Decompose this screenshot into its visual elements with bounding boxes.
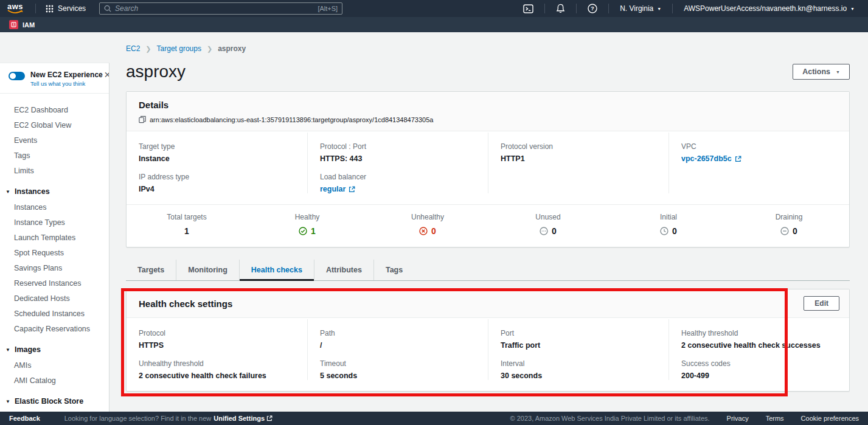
sidebar-item-events[interactable]: Events — [0, 133, 109, 148]
tab-monitoring[interactable]: Monitoring — [176, 260, 239, 280]
favorite-iam-link[interactable]: IAM — [9, 20, 35, 29]
iam-label: IAM — [23, 21, 35, 29]
tab-health-checks[interactable]: Health checks — [239, 260, 314, 280]
field-label: Unhealthy threshold — [139, 359, 295, 368]
sidebar-section-instances[interactable]: ▼Instances — [0, 184, 109, 199]
tell-us-link[interactable]: Tell us what you think — [30, 80, 103, 87]
global-search-input[interactable]: Search [Alt+S] — [99, 2, 342, 15]
region-selector[interactable]: N. Virginia ▼ — [614, 4, 667, 13]
chevron-down-icon: ▼ — [5, 347, 10, 353]
tab-tags[interactable]: Tags — [373, 260, 414, 280]
sidebar-item-dedicated-hosts[interactable]: Dedicated Hosts — [0, 291, 109, 306]
sidebar-item-instances[interactable]: Instances — [0, 199, 109, 215]
field-label: Path — [320, 329, 476, 337]
hc-protocol-value: HTTPS — [139, 341, 295, 350]
sidebar-item-ami-catalog[interactable]: AMI Catalog — [0, 373, 109, 388]
stat-label: Total targets — [127, 213, 247, 221]
field-label: Protocol — [139, 329, 295, 337]
footer-bar: Feedback Looking for language selection?… — [0, 412, 868, 425]
sidebar-item-limits[interactable]: Limits — [0, 163, 109, 178]
nav-divider — [35, 4, 36, 13]
new-ec2-experience-toggle[interactable] — [9, 72, 25, 80]
edit-button[interactable]: Edit — [804, 296, 839, 311]
sidebar-item-instance-types[interactable]: Instance Types — [0, 215, 109, 230]
details-grid: Target typeInstance IP address typeIPv4 … — [127, 131, 849, 204]
aws-logo[interactable]: aws — [7, 4, 23, 14]
section-label: Elastic Block Store — [15, 397, 83, 406]
sidebar-item-amis[interactable]: AMIs — [0, 358, 109, 373]
sidebar-item-capacity-reservations[interactable]: Capacity Reservations — [0, 321, 109, 336]
cookie-preferences-link[interactable]: Cookie preferences — [801, 415, 859, 422]
terms-link[interactable]: Terms — [766, 415, 784, 422]
breadcrumb-target-groups[interactable]: Target groups — [157, 44, 201, 53]
x-circle-icon — [419, 227, 428, 235]
sidebar-item-tags[interactable]: Tags — [0, 148, 109, 163]
feedback-link[interactable]: Feedback — [9, 415, 40, 422]
actions-button[interactable]: Actions ▼ — [793, 64, 850, 80]
copy-icon[interactable] — [139, 116, 146, 123]
sidebar-section-elastic-block-store[interactable]: ▼Elastic Block Store — [0, 393, 109, 409]
language-selection-note: Looking for language selection? Find it … — [64, 415, 273, 422]
iam-service-icon — [9, 20, 18, 29]
stat-unhealthy: Unhealthy 0 — [367, 213, 488, 236]
target-type-value: Instance — [139, 154, 295, 163]
hc-interval-value: 30 seconds — [501, 371, 656, 380]
vpc-link[interactable]: vpc-2657db5c — [681, 154, 837, 163]
breadcrumb-separator: ❯ — [145, 45, 151, 53]
load-balancer-link[interactable]: regular — [320, 185, 476, 193]
ellipsis-circle-icon — [540, 227, 548, 235]
details-title: Details — [139, 100, 837, 110]
stat-initial: Initial 0 — [608, 213, 729, 236]
target-group-arn: arn:aws:elasticloadbalancing:us-east-1:3… — [150, 116, 433, 123]
sidebar-nav: EC2 Dashboard EC2 Global View Events Tag… — [0, 94, 109, 412]
field-label: Success codes — [681, 359, 837, 368]
sidebar-item-reserved-instances[interactable]: Reserved Instances — [0, 275, 109, 291]
vpc-id: vpc-2657db5c — [681, 154, 732, 163]
search-placeholder: Search — [115, 4, 314, 13]
breadcrumb-separator: ❯ — [207, 45, 212, 53]
hc-unhealthy-threshold-value: 2 consecutive health check failures — [139, 371, 295, 380]
aws-logo-text: aws — [7, 4, 23, 10]
services-menu-button[interactable]: Services — [41, 0, 91, 17]
unified-settings-link[interactable]: Unified Settings — [214, 415, 273, 422]
search-shortcut-hint: [Alt+S] — [318, 5, 338, 12]
sidebar-item-spot-requests[interactable]: Spot Requests — [0, 245, 109, 260]
chevron-down-icon: ▼ — [5, 399, 10, 404]
notifications-button[interactable] — [550, 4, 571, 13]
tab-attributes[interactable]: Attributes — [314, 260, 373, 280]
sidebar-item-ec2-global-view[interactable]: EC2 Global View — [0, 117, 109, 133]
account-menu[interactable]: AWSPowerUserAccess/navaneeth.kn@harness.… — [678, 4, 861, 13]
new-experience-toggle-row: New EC2 Experience Tell us what you thin… — [0, 63, 109, 94]
field-label: IP address type — [139, 173, 295, 181]
section-label: Instances — [15, 187, 50, 196]
section-label: Images — [15, 345, 41, 354]
breadcrumb-ec2[interactable]: EC2 — [126, 44, 140, 53]
sidebar-section-images[interactable]: ▼Images — [0, 342, 109, 358]
sidebar-item-launch-templates[interactable]: Launch Templates — [0, 230, 109, 245]
sidebar-item-savings-plans[interactable]: Savings Plans — [0, 260, 109, 275]
nav-divider — [672, 4, 673, 13]
toggle-knob — [10, 73, 16, 79]
services-grid-icon — [46, 5, 54, 13]
stat-draining: Draining 0 — [729, 213, 849, 236]
load-balancer-name: regular — [320, 185, 345, 193]
stat-total-targets: Total targets 1 — [127, 213, 247, 236]
sidebar: New EC2 Experience Tell us what you thin… — [0, 32, 109, 412]
stat-label: Unused — [488, 213, 608, 221]
external-link-icon — [266, 415, 273, 421]
targets-summary: Total targets 1 Healthy 1 Unhealthy 0 Un… — [127, 204, 849, 247]
hc-port-value: Traffic port — [501, 341, 656, 350]
sidebar-item-ec2-dashboard[interactable]: EC2 Dashboard — [0, 102, 109, 117]
hc-success-codes-value: 200-499 — [681, 371, 837, 380]
close-icon[interactable]: ✕ — [103, 71, 109, 79]
sidebar-item-scheduled-instances[interactable]: Scheduled Instances — [0, 306, 109, 321]
health-check-grid: ProtocolHTTPS Unhealthy threshold2 conse… — [127, 318, 849, 391]
privacy-link[interactable]: Privacy — [727, 415, 749, 422]
tab-targets[interactable]: Targets — [126, 260, 176, 280]
services-label: Services — [58, 4, 86, 13]
external-link-icon — [735, 156, 741, 162]
help-button[interactable]: ? — [582, 4, 603, 13]
hc-path-value: / — [320, 341, 476, 350]
stat-unused: Unused 0 — [488, 213, 608, 236]
cloudshell-button[interactable] — [517, 4, 540, 13]
